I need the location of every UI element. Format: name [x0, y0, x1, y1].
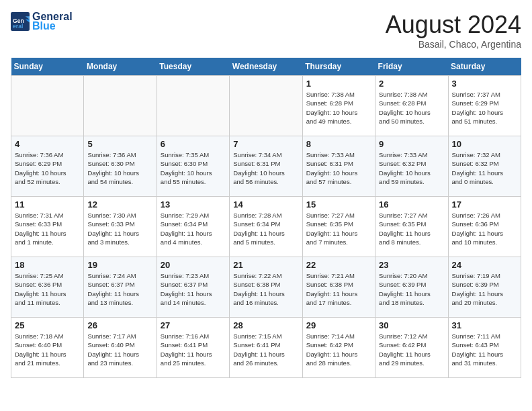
calendar-cell: 11Sunrise: 7:31 AM Sunset: 6:33 PM Dayli… — [11, 197, 84, 257]
cell-text: Sunrise: 7:26 AM Sunset: 6:36 PM Dayligh… — [452, 211, 517, 246]
weekday-header-monday: Monday — [84, 58, 157, 76]
calendar-cell: 12Sunrise: 7:30 AM Sunset: 6:33 PM Dayli… — [84, 197, 157, 257]
calendar-cell: 8Sunrise: 7:33 AM Sunset: 6:31 PM Daylig… — [302, 136, 375, 197]
day-number: 1 — [306, 79, 371, 89]
cell-text: Sunrise: 7:35 AM Sunset: 6:30 PM Dayligh… — [161, 150, 226, 186]
day-number: 30 — [379, 320, 444, 330]
cell-text: Sunrise: 7:27 AM Sunset: 6:35 PM Dayligh… — [379, 211, 444, 246]
weekday-header-saturday: Saturday — [448, 58, 521, 76]
calendar-cell: 19Sunrise: 7:24 AM Sunset: 6:37 PM Dayli… — [84, 257, 157, 318]
day-number: 4 — [15, 139, 80, 149]
calendar-cell — [230, 76, 302, 136]
calendar-cell: 10Sunrise: 7:32 AM Sunset: 6:32 PM Dayli… — [448, 136, 521, 197]
calendar-week-row: 4Sunrise: 7:36 AM Sunset: 6:29 PM Daylig… — [11, 136, 521, 197]
cell-text: Sunrise: 7:29 AM Sunset: 6:34 PM Dayligh… — [161, 211, 226, 246]
cell-text: Sunrise: 7:19 AM Sunset: 6:39 PM Dayligh… — [452, 271, 517, 307]
month-title: August 2024 — [386, 11, 521, 39]
calendar-cell: 3Sunrise: 7:37 AM Sunset: 6:29 PM Daylig… — [448, 76, 521, 136]
day-number: 31 — [452, 320, 517, 330]
calendar-cell: 16Sunrise: 7:27 AM Sunset: 6:35 PM Dayli… — [375, 197, 448, 257]
cell-text: Sunrise: 7:11 AM Sunset: 6:43 PM Dayligh… — [452, 332, 517, 367]
day-number: 22 — [306, 260, 371, 270]
location: Basail, Chaco, Argentina — [386, 39, 521, 50]
calendar-cell: 2Sunrise: 7:38 AM Sunset: 6:28 PM Daylig… — [375, 76, 448, 136]
cell-text: Sunrise: 7:18 AM Sunset: 6:40 PM Dayligh… — [15, 332, 80, 367]
day-number: 17 — [452, 199, 517, 210]
title-block: August 2024 Basail, Chaco, Argentina — [386, 11, 521, 50]
weekday-header-wednesday: Wednesday — [230, 58, 302, 76]
logo-icon: Gen eral — [11, 12, 30, 31]
cell-text: Sunrise: 7:36 AM Sunset: 6:30 PM Dayligh… — [87, 150, 152, 186]
calendar-cell: 24Sunrise: 7:19 AM Sunset: 6:39 PM Dayli… — [448, 257, 521, 318]
calendar-cell: 30Sunrise: 7:12 AM Sunset: 6:42 PM Dayli… — [375, 318, 448, 378]
calendar-cell: 15Sunrise: 7:27 AM Sunset: 6:35 PM Dayli… — [302, 197, 375, 257]
cell-text: Sunrise: 7:32 AM Sunset: 6:32 PM Dayligh… — [452, 150, 517, 186]
cell-text: Sunrise: 7:38 AM Sunset: 6:28 PM Dayligh… — [306, 90, 371, 126]
weekday-header-thursday: Thursday — [302, 58, 375, 76]
day-number: 18 — [15, 260, 80, 270]
day-number: 23 — [379, 260, 444, 270]
day-number: 14 — [233, 199, 298, 210]
cell-text: Sunrise: 7:38 AM Sunset: 6:28 PM Dayligh… — [379, 90, 444, 126]
cell-text: Sunrise: 7:14 AM Sunset: 6:42 PM Dayligh… — [306, 332, 371, 367]
cell-text: Sunrise: 7:31 AM Sunset: 6:33 PM Dayligh… — [15, 211, 80, 246]
calendar-cell: 5Sunrise: 7:36 AM Sunset: 6:30 PM Daylig… — [84, 136, 157, 197]
calendar-cell: 6Sunrise: 7:35 AM Sunset: 6:30 PM Daylig… — [157, 136, 229, 197]
day-number: 9 — [379, 139, 444, 149]
cell-text: Sunrise: 7:37 AM Sunset: 6:29 PM Dayligh… — [452, 90, 517, 126]
cell-text: Sunrise: 7:17 AM Sunset: 6:40 PM Dayligh… — [87, 332, 152, 367]
calendar-cell: 21Sunrise: 7:22 AM Sunset: 6:38 PM Dayli… — [230, 257, 302, 318]
calendar-table: SundayMondayTuesdayWednesdayThursdayFrid… — [11, 58, 521, 378]
calendar-cell: 13Sunrise: 7:29 AM Sunset: 6:34 PM Dayli… — [157, 197, 229, 257]
logo-text: General Blue — [32, 11, 73, 32]
day-number: 19 — [87, 260, 152, 270]
cell-text: Sunrise: 7:21 AM Sunset: 6:38 PM Dayligh… — [306, 271, 371, 307]
day-number: 20 — [161, 260, 226, 270]
logo: Gen eral General Blue — [11, 11, 73, 32]
cell-text: Sunrise: 7:33 AM Sunset: 6:31 PM Dayligh… — [306, 150, 371, 186]
cell-text: Sunrise: 7:22 AM Sunset: 6:38 PM Dayligh… — [233, 271, 298, 307]
calendar-cell: 23Sunrise: 7:20 AM Sunset: 6:39 PM Dayli… — [375, 257, 448, 318]
day-number: 11 — [15, 199, 80, 210]
calendar-cell: 31Sunrise: 7:11 AM Sunset: 6:43 PM Dayli… — [448, 318, 521, 378]
cell-text: Sunrise: 7:24 AM Sunset: 6:37 PM Dayligh… — [87, 271, 152, 307]
calendar-cell: 26Sunrise: 7:17 AM Sunset: 6:40 PM Dayli… — [84, 318, 157, 378]
day-number: 25 — [15, 320, 80, 330]
weekday-header-friday: Friday — [375, 58, 448, 76]
day-number: 13 — [161, 199, 226, 210]
cell-text: Sunrise: 7:30 AM Sunset: 6:33 PM Dayligh… — [87, 211, 152, 246]
calendar-cell — [11, 76, 84, 136]
calendar-week-row: 1Sunrise: 7:38 AM Sunset: 6:28 PM Daylig… — [11, 76, 521, 136]
cell-text: Sunrise: 7:28 AM Sunset: 6:34 PM Dayligh… — [233, 211, 298, 246]
day-number: 28 — [233, 320, 298, 330]
cell-text: Sunrise: 7:12 AM Sunset: 6:42 PM Dayligh… — [379, 332, 444, 367]
day-number: 3 — [452, 79, 517, 89]
cell-text: Sunrise: 7:33 AM Sunset: 6:32 PM Dayligh… — [379, 150, 444, 186]
day-number: 16 — [379, 199, 444, 210]
cell-text: Sunrise: 7:15 AM Sunset: 6:41 PM Dayligh… — [233, 332, 298, 367]
day-number: 24 — [452, 260, 517, 270]
day-number: 2 — [379, 79, 444, 89]
day-number: 6 — [161, 139, 226, 149]
day-number: 15 — [306, 199, 371, 210]
day-number: 7 — [233, 139, 298, 149]
calendar-week-row: 11Sunrise: 7:31 AM Sunset: 6:33 PM Dayli… — [11, 197, 521, 257]
cell-text: Sunrise: 7:20 AM Sunset: 6:39 PM Dayligh… — [379, 271, 444, 307]
day-number: 10 — [452, 139, 517, 149]
cell-text: Sunrise: 7:34 AM Sunset: 6:31 PM Dayligh… — [233, 150, 298, 186]
day-number: 29 — [306, 320, 371, 330]
svg-text:eral: eral — [13, 23, 23, 30]
weekday-header-sunday: Sunday — [11, 58, 84, 76]
calendar-cell: 17Sunrise: 7:26 AM Sunset: 6:36 PM Dayli… — [448, 197, 521, 257]
cell-text: Sunrise: 7:23 AM Sunset: 6:37 PM Dayligh… — [161, 271, 226, 307]
cell-text: Sunrise: 7:16 AM Sunset: 6:41 PM Dayligh… — [161, 332, 226, 367]
day-number: 26 — [87, 320, 152, 330]
cell-text: Sunrise: 7:36 AM Sunset: 6:29 PM Dayligh… — [15, 150, 80, 186]
calendar-cell: 1Sunrise: 7:38 AM Sunset: 6:28 PM Daylig… — [302, 76, 375, 136]
calendar-cell — [157, 76, 229, 136]
calendar-cell: 14Sunrise: 7:28 AM Sunset: 6:34 PM Dayli… — [230, 197, 302, 257]
cell-text: Sunrise: 7:27 AM Sunset: 6:35 PM Dayligh… — [306, 211, 371, 246]
calendar-cell: 25Sunrise: 7:18 AM Sunset: 6:40 PM Dayli… — [11, 318, 84, 378]
calendar-cell: 9Sunrise: 7:33 AM Sunset: 6:32 PM Daylig… — [375, 136, 448, 197]
calendar-cell: 20Sunrise: 7:23 AM Sunset: 6:37 PM Dayli… — [157, 257, 229, 318]
